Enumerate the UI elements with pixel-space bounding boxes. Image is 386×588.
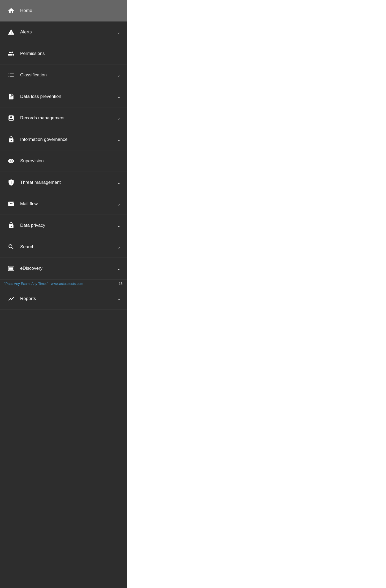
sidebar-item-label: Supervision <box>20 158 120 164</box>
sidebar-item-classification[interactable]: Classification ⌄ <box>0 64 127 86</box>
sidebar: Home Alerts ⌄ Permissions Classification… <box>0 0 127 588</box>
chevron-down-icon: ⌄ <box>117 116 120 121</box>
sidebar-item-alerts[interactable]: Alerts ⌄ <box>0 21 127 43</box>
records-icon <box>6 113 16 123</box>
sidebar-item-label: Search <box>20 244 117 250</box>
sidebar-item-label: Threat management <box>20 180 117 185</box>
sidebar-item-search[interactable]: Search ⌄ <box>0 236 127 258</box>
mail-icon <box>6 199 16 209</box>
sidebar-item-label: Records management <box>20 115 117 121</box>
chevron-down-icon: ⌄ <box>117 73 120 78</box>
page-number: 15 <box>119 282 123 286</box>
sidebar-item-label: Alerts <box>20 29 117 35</box>
sidebar-item-data-privacy[interactable]: Data privacy ⌄ <box>0 215 127 236</box>
ediscovery-icon <box>6 264 16 273</box>
sidebar-item-label: Data loss prevention <box>20 94 117 99</box>
alert-icon <box>6 27 16 37</box>
chevron-down-icon: ⌄ <box>117 245 120 250</box>
chevron-down-icon: ⌄ <box>117 223 120 228</box>
watermark-bar: "Pass Any Exam. Any Time." - www.actualt… <box>0 279 127 288</box>
sidebar-item-label: eDiscovery <box>20 266 117 271</box>
watermark-text: "Pass Any Exam. Any Time." - www.actualt… <box>4 282 83 286</box>
search-icon <box>6 242 16 252</box>
sidebar-item-records-management[interactable]: Records management ⌄ <box>0 107 127 129</box>
sidebar-item-ediscovery[interactable]: eDiscovery ⌄ <box>0 258 127 279</box>
dlp-icon <box>6 92 16 101</box>
sidebar-item-label: Reports <box>20 296 117 301</box>
classification-icon <box>6 70 16 80</box>
sidebar-item-supervision[interactable]: Supervision <box>0 150 127 172</box>
sidebar-item-label: Home <box>20 8 120 13</box>
sidebar-item-threat-management[interactable]: Threat management ⌄ <box>0 172 127 193</box>
sidebar-item-information-governance[interactable]: Information governance ⌄ <box>0 129 127 150</box>
sidebar-item-reports[interactable]: Reports ⌄ <box>0 288 127 310</box>
sidebar-item-label: Information governance <box>20 137 117 142</box>
chevron-down-icon: ⌄ <box>117 296 120 301</box>
sidebar-item-mail-flow[interactable]: Mail flow ⌄ <box>0 193 127 215</box>
lock-icon <box>6 135 16 144</box>
chevron-down-icon: ⌄ <box>117 180 120 185</box>
sidebar-item-data-loss-prevention[interactable]: Data loss prevention ⌄ <box>0 86 127 107</box>
chevron-down-icon: ⌄ <box>117 266 120 271</box>
sidebar-item-label: Permissions <box>20 51 120 56</box>
chevron-down-icon: ⌄ <box>117 137 120 142</box>
main-content <box>127 0 386 588</box>
data-privacy-icon <box>6 221 16 230</box>
sidebar-item-label: Classification <box>20 72 117 78</box>
chevron-down-icon: ⌄ <box>117 30 120 35</box>
home-icon <box>6 6 16 15</box>
sidebar-item-permissions[interactable]: Permissions <box>0 43 127 64</box>
chevron-down-icon: ⌄ <box>117 202 120 207</box>
chevron-down-icon: ⌄ <box>117 94 120 99</box>
sidebar-item-label: Data privacy <box>20 223 117 228</box>
supervision-icon <box>6 156 16 166</box>
sidebar-item-label: Mail flow <box>20 201 117 207</box>
permissions-icon <box>6 49 16 58</box>
threat-icon <box>6 178 16 187</box>
sidebar-item-home[interactable]: Home <box>0 0 127 21</box>
reports-icon <box>6 294 16 303</box>
